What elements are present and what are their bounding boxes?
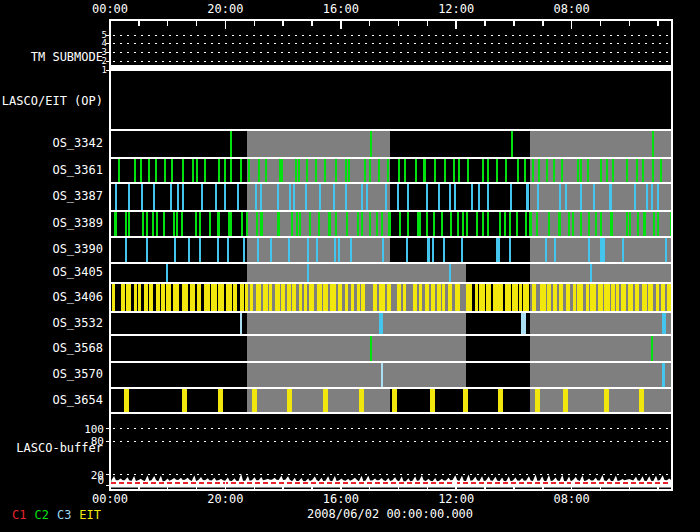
event-tick bbox=[651, 184, 653, 210]
event-tick bbox=[406, 238, 408, 262]
event-tick bbox=[125, 238, 127, 262]
event-tick bbox=[350, 238, 352, 262]
event-tick bbox=[309, 212, 311, 236]
event-tick bbox=[118, 159, 120, 182]
event-tick bbox=[170, 184, 172, 210]
event-tick bbox=[505, 159, 507, 182]
event-tick bbox=[195, 212, 197, 236]
event-tick bbox=[482, 159, 484, 182]
event-tick bbox=[449, 264, 451, 282]
event-tick bbox=[482, 212, 484, 236]
event-fill-bar bbox=[419, 284, 422, 311]
event-tick bbox=[404, 159, 406, 182]
legend-item-eit: EIT bbox=[79, 509, 101, 522]
event-tick bbox=[535, 389, 540, 412]
event-fill-bar bbox=[635, 284, 639, 311]
event-tick bbox=[398, 159, 400, 182]
event-tick bbox=[192, 159, 194, 182]
event-tick bbox=[155, 159, 157, 182]
event-tick bbox=[572, 212, 574, 236]
event-tick bbox=[537, 184, 539, 210]
event-tick bbox=[296, 212, 298, 236]
event-tick bbox=[606, 159, 608, 182]
timeline-plot-canvas bbox=[0, 0, 700, 532]
event-tick bbox=[258, 159, 260, 182]
event-fill-bar bbox=[519, 284, 523, 311]
event-tick bbox=[629, 212, 631, 236]
event-tick bbox=[510, 184, 512, 210]
event-fill-bar bbox=[425, 284, 429, 311]
event-fill-bar bbox=[373, 284, 378, 311]
event-tick bbox=[240, 313, 242, 334]
event-tick bbox=[642, 159, 644, 182]
event-tick bbox=[600, 238, 602, 262]
event-tick bbox=[255, 184, 257, 210]
event-tick bbox=[458, 159, 460, 182]
event-tick bbox=[369, 212, 371, 236]
event-tick bbox=[450, 212, 452, 236]
event-fill-bar bbox=[611, 284, 615, 311]
event-fill-bar bbox=[345, 284, 349, 311]
event-fill-bar bbox=[437, 284, 441, 311]
event-tick bbox=[577, 159, 579, 182]
event-tick bbox=[639, 389, 644, 412]
event-fill-bar bbox=[475, 284, 478, 311]
event-fill-bar bbox=[256, 284, 261, 311]
event-tick bbox=[595, 212, 597, 236]
event-tick bbox=[517, 159, 519, 182]
event-fill-bar bbox=[263, 284, 268, 311]
event-fill-bar bbox=[287, 284, 291, 311]
event-tick bbox=[622, 238, 624, 262]
event-fill-bar bbox=[149, 284, 153, 311]
event-fill-bar bbox=[379, 284, 385, 311]
event-tick bbox=[224, 159, 226, 182]
event-tick bbox=[381, 363, 383, 387]
event-tick bbox=[467, 159, 469, 182]
event-tick bbox=[496, 238, 498, 262]
event-tick bbox=[399, 212, 401, 236]
event-tick bbox=[426, 184, 428, 210]
event-tick bbox=[487, 184, 489, 210]
event-fill-bar bbox=[126, 284, 131, 311]
event-tick bbox=[660, 159, 662, 182]
event-tick bbox=[173, 212, 175, 236]
event-fill-bar bbox=[661, 284, 666, 311]
row-label-os_3405: OS_3405 bbox=[52, 266, 103, 279]
event-tick bbox=[230, 212, 232, 236]
event-fill-bar bbox=[493, 284, 499, 311]
event-tick bbox=[643, 212, 645, 236]
event-tick bbox=[125, 212, 127, 236]
event-tick bbox=[461, 238, 463, 262]
event-tick bbox=[593, 184, 595, 210]
event-tick bbox=[553, 159, 555, 182]
event-fill-bar bbox=[559, 284, 563, 311]
buffer-usage-area bbox=[111, 474, 672, 488]
event-tick bbox=[288, 238, 290, 262]
event-tick bbox=[196, 159, 198, 182]
event-tick bbox=[171, 159, 173, 182]
bottom-axis-label-2: 16:00 bbox=[309, 493, 373, 506]
event-tick bbox=[604, 389, 609, 412]
event-tick bbox=[218, 159, 220, 182]
event-tick bbox=[457, 212, 459, 236]
event-tick bbox=[407, 184, 409, 210]
event-tick bbox=[369, 159, 371, 182]
event-tick bbox=[307, 238, 309, 262]
event-tick bbox=[256, 212, 258, 236]
event-tick bbox=[651, 336, 653, 361]
event-tick bbox=[364, 159, 366, 182]
event-tick bbox=[257, 238, 259, 262]
event-tick bbox=[359, 389, 364, 412]
event-fill-bar bbox=[466, 284, 472, 311]
event-tick bbox=[559, 184, 561, 210]
event-tick bbox=[370, 336, 372, 361]
event-tick bbox=[188, 238, 190, 262]
event-tick bbox=[164, 159, 166, 182]
event-tick bbox=[370, 131, 372, 157]
event-fill-bar bbox=[448, 284, 452, 311]
bottom-axis-label-1: 20:00 bbox=[193, 493, 257, 506]
top-axis-label-2: 16:00 bbox=[309, 3, 373, 16]
event-fill-bar bbox=[245, 284, 248, 311]
row-label-os_3389: OS_3389 bbox=[52, 217, 103, 230]
event-tick bbox=[128, 184, 130, 210]
